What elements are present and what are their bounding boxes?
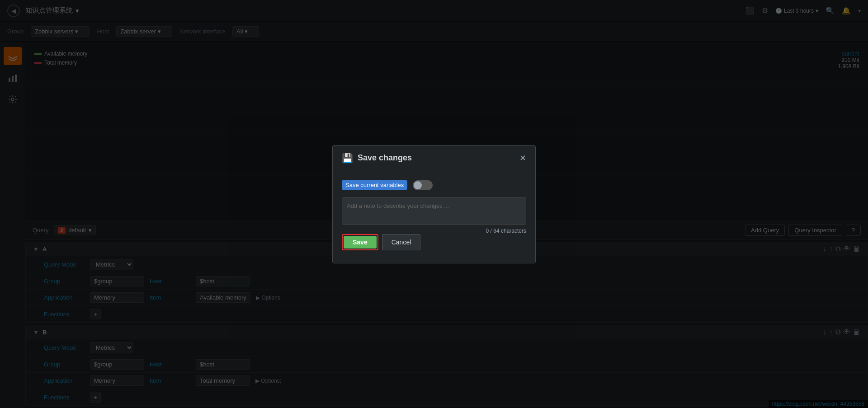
char-count: 0 / 64 characters bbox=[342, 228, 526, 234]
modal-body: Save current variables 0 / 64 characters… bbox=[333, 171, 535, 263]
modal-footer: Save Cancel bbox=[342, 234, 526, 254]
modal-title: Save changes bbox=[358, 153, 412, 163]
modal-close-button[interactable]: ✕ bbox=[519, 153, 526, 163]
save-changes-modal: 💾 Save changes ✕ Save current variables … bbox=[332, 145, 536, 263]
modal-save-icon: 💾 bbox=[342, 153, 353, 164]
note-textarea[interactable] bbox=[342, 197, 526, 225]
save-variables-row: Save current variables bbox=[342, 180, 526, 190]
save-variables-toggle[interactable] bbox=[413, 180, 433, 190]
save-button-wrapper: Save bbox=[342, 234, 378, 250]
modal-overlay: 💾 Save changes ✕ Save current variables … bbox=[0, 0, 868, 408]
modal-header: 💾 Save changes ✕ bbox=[333, 145, 535, 171]
save-variables-label: Save current variables bbox=[342, 180, 407, 190]
cancel-button[interactable]: Cancel bbox=[382, 234, 421, 250]
save-button[interactable]: Save bbox=[344, 236, 377, 249]
